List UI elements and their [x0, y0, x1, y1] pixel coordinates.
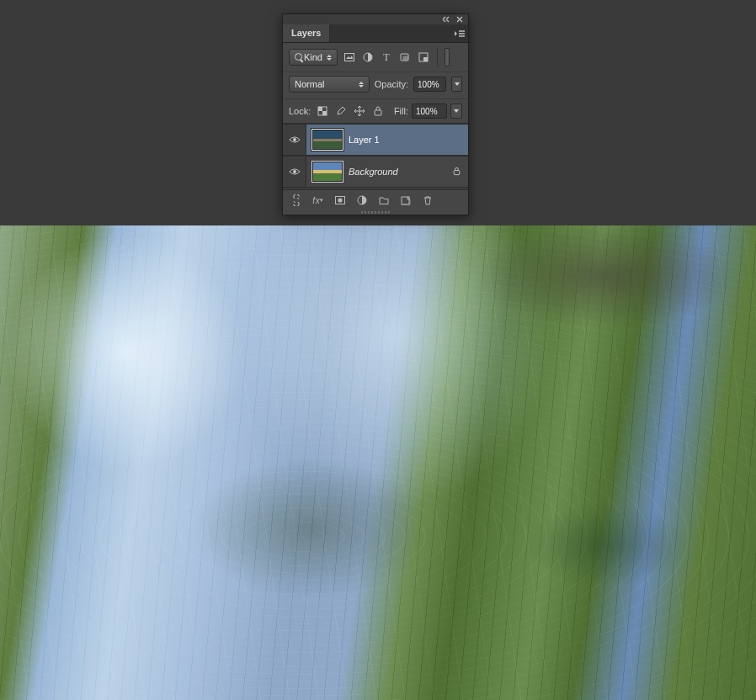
layer-name[interactable]: Layer 1	[349, 135, 380, 145]
layer-thumbnail[interactable]	[313, 130, 342, 149]
shape-filter-icon[interactable]	[398, 50, 412, 64]
type-filter-icon[interactable]: T	[380, 50, 393, 64]
visibility-toggle[interactable]	[283, 156, 306, 187]
image-canvas[interactable]	[0, 225, 756, 700]
resize-gripper[interactable]	[283, 209, 468, 215]
trash-icon[interactable]	[421, 194, 434, 207]
opacity-stepper[interactable]	[451, 77, 462, 92]
layer-thumbnail[interactable]	[313, 162, 342, 181]
svg-rect-8	[322, 111, 327, 115]
tab-layers[interactable]: Layers	[283, 24, 330, 42]
fx-icon[interactable]: fx▾	[311, 194, 325, 207]
adjustment-layer-icon[interactable]	[355, 194, 369, 207]
search-icon	[295, 53, 300, 61]
svg-point-11	[293, 170, 296, 173]
group-icon[interactable]	[377, 194, 391, 207]
lock-position-icon[interactable]	[353, 104, 366, 118]
filter-kind-dropdown[interactable]: Kind	[289, 49, 338, 66]
lock-transparency-icon[interactable]	[316, 104, 329, 118]
layers-panel: Layers Kind T	[282, 13, 469, 215]
blend-opacity-row: Normal Opacity:	[283, 72, 468, 99]
lock-icon	[452, 167, 461, 178]
filter-kind-label: Kind	[304, 52, 322, 62]
opacity-input[interactable]	[418, 80, 442, 89]
visibility-toggle[interactable]	[283, 125, 306, 155]
new-layer-icon[interactable]	[399, 194, 413, 207]
layer-name[interactable]: Background	[349, 167, 398, 177]
fill-field[interactable]	[412, 103, 447, 119]
layer-row[interactable]: Background	[283, 156, 468, 188]
opacity-field[interactable]	[413, 77, 446, 92]
blend-mode-dropdown[interactable]: Normal	[289, 76, 370, 93]
mask-icon[interactable]	[333, 194, 347, 207]
svg-rect-7	[318, 107, 322, 111]
panel-footer: fx▾	[283, 189, 468, 209]
fill-input[interactable]	[416, 107, 443, 116]
lock-pixels-icon[interactable]	[334, 104, 348, 118]
lock-all-icon[interactable]	[371, 104, 385, 118]
smartobject-filter-icon[interactable]	[417, 50, 430, 64]
panel-tabs: Layers	[283, 24, 468, 43]
svg-point-10	[293, 138, 296, 141]
fill-stepper[interactable]	[450, 103, 462, 119]
blend-mode-value: Normal	[295, 79, 324, 89]
adjustment-filter-icon[interactable]	[361, 50, 375, 64]
panel-menu-icon[interactable]	[451, 24, 468, 42]
link-layers-icon[interactable]	[290, 194, 303, 207]
filter-toggle[interactable]	[445, 48, 450, 66]
lock-fill-row: Lock: Fill:	[283, 99, 468, 124]
layer-list: Layer 1 Background	[283, 124, 468, 189]
filter-row: Kind T	[283, 43, 468, 72]
close-icon[interactable]	[455, 15, 464, 24]
image-filter-icon[interactable]	[343, 50, 356, 64]
panel-titlebar	[283, 14, 468, 24]
svg-rect-12	[454, 170, 459, 174]
svg-rect-3	[403, 56, 408, 61]
svg-point-14	[338, 198, 342, 202]
opacity-label: Opacity:	[375, 79, 408, 89]
fill-label: Fill:	[394, 106, 408, 116]
svg-rect-5	[423, 57, 428, 61]
collapse-icon[interactable]	[442, 15, 450, 24]
svg-rect-9	[375, 110, 381, 115]
layer-row[interactable]: Layer 1	[283, 124, 468, 156]
lock-label: Lock:	[289, 106, 311, 116]
